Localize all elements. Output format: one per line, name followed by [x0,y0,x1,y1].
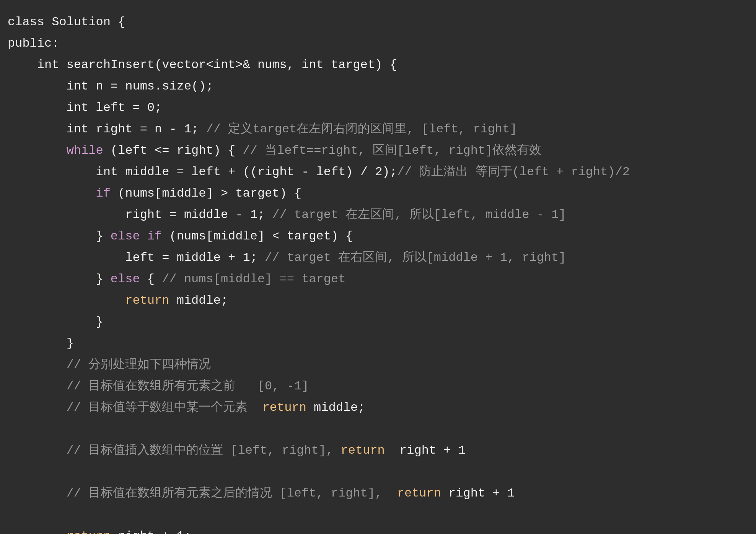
code-line-1: class Solution { [8,11,748,33]
code-line-25: return right + 1; [8,526,748,534]
code-line-9: if (nums[middle] > target) { [8,183,748,204]
code-line-7: while (left <= right) { // 当left==right,… [8,140,748,161]
code-line-24 [8,504,748,526]
code-line-11: } else if (nums[middle] < target) { [8,226,748,247]
code-line-13: } else { // nums[middle] == target [8,269,748,290]
code-line-14: return middle; [8,290,748,311]
code-line-5: int left = 0; [8,97,748,119]
code-line-22 [8,461,748,483]
code-line-16: } [8,333,748,354]
code-line-2: public: [8,33,748,54]
code-line-15: } [8,311,748,333]
code-line-19: // 目标值等于数组中某一个元素 return middle; [8,397,748,418]
code-line-4: int n = nums.size(); [8,76,748,97]
code-line-18: // 目标值在数组所有元素之前 [0, -1] [8,376,748,397]
code-container: class Solution { public: int searchInser… [0,0,756,534]
code-line-17: // 分别处理如下四种情况 [8,354,748,376]
code-line-10: right = middle - 1; // target 在左区间, 所以[l… [8,204,748,226]
code-line-8: int middle = left + ((right - left) / 2)… [8,161,748,183]
code-line-23: // 目标值在数组所有元素之后的情况 [left, right], return… [8,483,748,504]
code-line-12: left = middle + 1; // target 在右区间, 所以[mi… [8,247,748,269]
code-line-6: int right = n - 1; // 定义target在左闭右闭的区间里,… [8,119,748,140]
code-line-3: int searchInsert(vector<int>& nums, int … [8,54,748,76]
code-line-20 [8,418,748,440]
code-line-21: // 目标值插入数组中的位置 [left, right], return rig… [8,440,748,461]
